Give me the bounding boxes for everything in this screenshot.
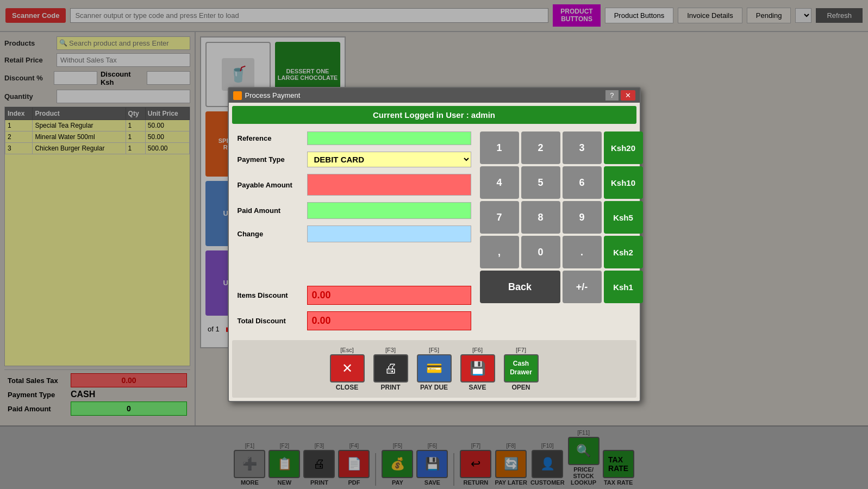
footer-shortcut-print: [F3] [385,347,396,353]
total-discount-label: Total Discount [238,317,303,325]
paid-amount-form-row: Paid Amount 0.0 [238,202,471,219]
footer-label-pay-due: PAY DUE [420,384,448,391]
modal-help-button[interactable]: ? [605,90,618,101]
footer-shortcut-open: [F7] [516,347,526,353]
footer-shortcut-save: [F6] [472,347,483,353]
paid-amount-input[interactable]: 0.0 [307,202,471,219]
numpad-8[interactable]: 8 [521,201,560,234]
paid-amount-form-label: Paid Amount [238,206,303,215]
footer-btn-open[interactable]: [F7] CashDrawer OPEN [504,347,539,391]
footer-label-open: OPEN [511,384,530,391]
numpad-ksh1[interactable]: Ksh1 [604,271,643,303]
modal-close-button[interactable]: ✕ [621,90,635,101]
footer-icon-pay-due: 💳 [417,354,452,383]
payment-type-label: Payment Type [238,155,303,164]
footer-icon-save: 💾 [460,354,495,383]
footer-label-save: SAVE [469,384,486,391]
payable-amount-label: Payable Amount [238,181,303,189]
change-label: Change [238,230,303,238]
modal-body: Reference Payment Type DEBIT CARD CASH C… [229,127,640,337]
numpad-9[interactable]: 9 [563,201,602,234]
numpad-0[interactable]: 0 [521,236,560,268]
modal-overlay: Process Payment ? ✕ Current Logged in Us… [0,0,868,489]
total-discount-row: Total Discount 0.00 [238,311,471,330]
payment-type-select[interactable]: DEBIT CARD CASH CREDIT CARD MPESA [307,152,471,167]
footer-icon-print: 🖨 [373,354,408,383]
footer-btn-save[interactable]: [F6] 💾 SAVE [460,347,495,391]
items-discount-label: Items Discount [238,291,303,299]
numpad-ksh20[interactable]: Ksh20 [604,131,643,164]
modal-titlebar: Process Payment ? ✕ [229,88,640,103]
modal-header-user: Current Logged in User : admin [232,106,636,124]
payable-amount-row: Payable Amount 600.00 [238,174,471,196]
footer-btn-close[interactable]: [Esc] ✕ CLOSE [330,347,365,391]
footer-icon-close: ✕ [330,354,365,383]
footer-btn-pay-due[interactable]: [F5] 💳 PAY DUE [417,347,452,391]
numpad-6[interactable]: 6 [563,166,602,199]
footer-label-print: PRINT [381,384,401,391]
payment-type-wrap: DEBIT CARD CASH CREDIT CARD MPESA [307,152,471,167]
reference-input[interactable] [307,131,471,145]
footer-shortcut-pay-due: [F5] [429,347,439,353]
numpad-2[interactable]: 2 [521,131,560,164]
total-discount-value: 0.00 [307,311,471,330]
numpad-4[interactable]: 4 [480,166,519,199]
numpad-back[interactable]: Back [480,271,560,303]
process-payment-modal: Process Payment ? ✕ Current Logged in Us… [228,87,641,402]
numpad-ksh2[interactable]: Ksh2 [604,236,643,268]
footer-label-close: CLOSE [336,384,358,391]
numpad-3[interactable]: 3 [563,131,602,164]
numpad: 1 2 3 Ksh20 4 5 6 Ksh10 7 8 9 Ksh5 , 0 .… [480,131,643,303]
numpad-dot[interactable]: . [563,236,602,268]
change-row: Change 0 [238,225,471,242]
numpad-ksh5[interactable]: Ksh5 [604,201,643,234]
change-input[interactable]: 0 [307,225,471,242]
modal-form: Reference Payment Type DEBIT CARD CASH C… [238,131,471,333]
numpad-ksh10[interactable]: Ksh10 [604,166,643,199]
modal-title-icon [233,91,242,100]
modal-title: Process Payment [245,91,301,99]
numpad-area: 1 2 3 Ksh20 4 5 6 Ksh10 7 8 9 Ksh5 , 0 .… [480,131,643,333]
numpad-comma[interactable]: , [480,236,519,268]
payable-amount-input[interactable]: 600.00 [307,174,471,196]
reference-label: Reference [238,134,303,142]
numpad-5[interactable]: 5 [521,166,560,199]
numpad-plusminus[interactable]: +/- [563,271,602,303]
modal-footer: [Esc] ✕ CLOSE [F3] 🖨 PRINT [F5] 💳 PAY DU… [232,340,636,398]
footer-shortcut-close: [Esc] [340,347,353,353]
footer-icon-open: CashDrawer [504,354,539,383]
footer-btn-print[interactable]: [F3] 🖨 PRINT [373,347,408,391]
numpad-7[interactable]: 7 [480,201,519,234]
items-discount-row: Items Discount 0.00 [238,286,471,305]
items-discount-value: 0.00 [307,286,471,305]
numpad-1[interactable]: 1 [480,131,519,164]
reference-row: Reference [238,131,471,145]
payment-type-row: Payment Type DEBIT CARD CASH CREDIT CARD… [238,152,471,167]
